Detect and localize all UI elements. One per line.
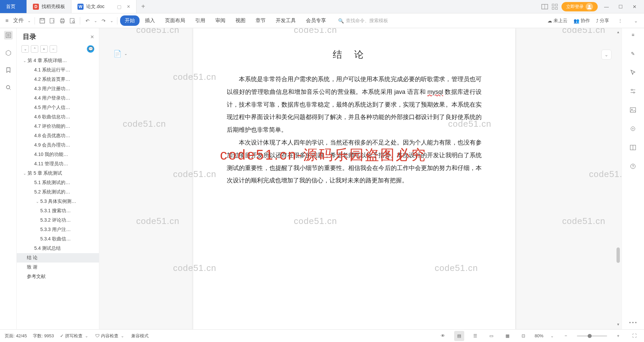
settings-slider-icon[interactable] [628,87,638,96]
window-maximize[interactable]: ☐ [615,2,626,11]
more-icon[interactable]: ⋮ [615,18,625,23]
toc-item[interactable]: 5.4 测试总结 [17,244,99,253]
ribbon-tab-insert[interactable]: 插入 [140,15,160,26]
print-icon[interactable] [58,16,67,25]
chevron-down-icon[interactable]: ⌄ [93,18,98,23]
eye-icon[interactable]: 👁 [438,331,448,341]
scroll-thumb[interactable] [616,247,620,263]
chevron-down-icon[interactable]: ⌄ [109,18,114,23]
window-close[interactable]: ✕ [629,2,640,11]
tab-close-icon[interactable]: × [127,4,130,10]
collapse-ribbon-icon[interactable]: ⌄ [631,18,641,23]
toc-item[interactable]: 5.3.3 用户注… [17,225,99,234]
new-tab-button[interactable]: + [137,0,150,13]
lines-icon[interactable]: ≡ [628,30,638,40]
outline-view-icon[interactable]: ☰ [470,331,480,341]
page-view-icon[interactable]: ▤ [454,331,464,341]
chevron-down-icon[interactable]: ⌄ [21,59,28,63]
vertical-scrollbar[interactable]: ▲ ▼ [616,30,620,327]
read-icon[interactable] [628,143,638,152]
expand-all-button[interactable]: ⌄ [21,45,29,53]
login-button[interactable]: 立即登录 [561,2,598,11]
toc-item[interactable]: 4.6 歌曲信息功… [17,112,99,122]
chevron-down-icon[interactable]: ⌄ [549,334,555,338]
spellcheck-button[interactable]: ✓拼写检查⌄ [60,333,89,339]
scroll-up-icon[interactable]: ▲ [616,30,620,35]
word-count[interactable]: 字数: 9953 [33,333,54,339]
ribbon-tab-vip[interactable]: 会员专享 [301,15,331,26]
toc-item[interactable]: 4.4 用户登录功… [17,94,99,103]
command-search[interactable]: 🔍 查找命令、搜索模板 [338,18,388,24]
toc-item[interactable]: 4.10 我的功能… [17,150,99,159]
fit-icon[interactable]: ⊡ [519,331,529,341]
layout-icon[interactable] [541,3,548,10]
help-icon[interactable]: ? [628,162,638,171]
export-icon[interactable] [48,16,57,25]
image-icon[interactable] [628,105,638,115]
chevron-down-icon[interactable]: ⌄ [34,199,40,204]
chat-icon[interactable]: 💬 [87,45,94,53]
add-button[interactable]: + [40,45,48,53]
search-icon[interactable] [4,83,13,92]
toc-item[interactable]: 4.5 用户个人信… [17,103,99,112]
scroll-down-icon[interactable]: ▼ [616,323,620,327]
outline-icon[interactable] [4,31,13,40]
window-minimize[interactable]: — [601,2,612,11]
spell-error[interactable]: mysql [427,89,443,95]
toc-item[interactable]: 4.11 管理员功… [17,159,99,169]
undo-icon[interactable]: ↶ [83,16,92,25]
toc-item[interactable]: 5.3.2 评论功… [17,216,99,225]
file-menu[interactable]: 文件 [11,17,26,24]
fullscreen-icon[interactable]: ⛶ [629,331,639,341]
cursor-icon[interactable] [628,68,638,77]
more-icon[interactable]: • • • [629,320,637,325]
toc-item[interactable]: 4.2 系统首页界… [17,75,99,84]
zoom-out-button[interactable]: − [561,331,571,341]
remove-button[interactable]: − [50,45,57,53]
zoom-level[interactable]: 80% [535,333,543,338]
toc-item[interactable]: 5.1 系统测试的… [17,178,99,187]
close-icon[interactable]: ✕ [90,34,94,40]
cloud-status[interactable]: ☁未上云 [547,18,568,24]
zoom-slider[interactable] [577,335,607,337]
toc-item[interactable]: 4.3 用户注册功… [17,84,99,94]
toc-item[interactable]: 4.7 评价功能的… [17,122,99,131]
ribbon-tab-ref[interactable]: 引用 [191,15,210,26]
menu-icon[interactable]: ≡ [3,18,10,24]
page-indicator-icon[interactable]: 📄⌄ [113,50,128,58]
scroll-track[interactable] [616,36,620,322]
toc-item[interactable]: 5.3.4 歌曲信… [17,234,99,244]
toc-item[interactable]: 5.2 系统测试的… [17,187,99,197]
tab-document[interactable]: W 论文.doc ▢ × [71,0,137,13]
zoom-knob[interactable] [588,334,592,338]
page-indicator[interactable]: 页面: 42/45 [5,333,27,339]
content-check-button[interactable]: 🛡内容检查⌄ [95,333,125,339]
ribbon-tab-dev[interactable]: 开发工具 [271,15,301,26]
tab-home[interactable]: 首页 [0,0,27,13]
ribbon-tab-review[interactable]: 审阅 [211,15,230,26]
toc-list[interactable]: ⌄第 4 章 系统详细…4.1 系统运行平…4.2 系统首页界…4.3 用户注册… [17,56,99,329]
toc-item[interactable]: 参考文献 [17,272,99,281]
redo-icon[interactable]: ↷ [99,16,108,25]
save-icon[interactable] [38,16,47,25]
box-icon[interactable] [4,48,13,57]
toc-item[interactable]: 4.1 系统运行平… [17,65,99,75]
toc-item[interactable]: ⌄第 4 章 系统详细… [17,56,99,65]
compat-mode[interactable]: 兼容模式 [131,333,149,339]
collapse-all-button[interactable]: ⌃ [31,45,38,53]
zoom-in-button[interactable]: + [613,331,623,341]
monitor-icon[interactable]: ▢ [117,4,121,9]
collab-button[interactable]: 👥协作 [574,18,590,24]
web-view-icon[interactable]: ▦ [502,331,513,341]
toc-item[interactable]: 结 论 [17,253,99,263]
pencil-icon[interactable]: ✎ [628,49,638,58]
chevron-down-icon[interactable]: ⌄ [21,171,28,176]
tab-template[interactable]: D 找稻壳模板 [27,0,71,13]
ribbon-tab-chapter[interactable]: 章节 [251,15,270,26]
toc-item[interactable]: 4.8 会员优惠功… [17,131,99,140]
chevron-down-icon[interactable]: ⌄ [26,18,32,23]
ribbon-tab-layout[interactable]: 页面布局 [160,15,190,26]
bookmark-icon[interactable] [4,66,13,74]
document-area[interactable]: 📄⌄ ⌄ 结论 本系统是非常符合用户需求的系统，用户可以使用本系统完成必要的听歌… [99,28,622,329]
toc-item[interactable]: 4.9 会员办理功… [17,140,99,150]
